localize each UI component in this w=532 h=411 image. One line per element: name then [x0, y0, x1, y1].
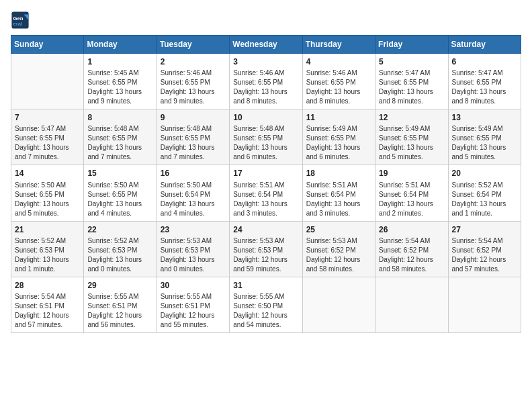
- calendar-cell: [11, 54, 84, 109]
- calendar-day-header: Friday: [375, 36, 448, 54]
- calendar-week-row: 14Sunrise: 5:50 AM Sunset: 6:55 PM Dayli…: [11, 165, 521, 221]
- day-number: 7: [15, 112, 80, 123]
- calendar-week-row: 21Sunrise: 5:52 AM Sunset: 6:53 PM Dayli…: [11, 221, 521, 277]
- calendar-cell: 19Sunrise: 5:51 AM Sunset: 6:54 PM Dayli…: [375, 165, 448, 221]
- cell-content: Sunrise: 5:48 AM Sunset: 6:55 PM Dayligh…: [233, 124, 298, 162]
- cell-content: Sunrise: 5:51 AM Sunset: 6:54 PM Dayligh…: [379, 181, 444, 218]
- calendar-day-header: Saturday: [448, 36, 521, 54]
- cell-content: Sunrise: 5:49 AM Sunset: 6:55 PM Dayligh…: [379, 124, 444, 162]
- calendar-table: SundayMondayTuesdayWednesdayThursdayFrid…: [11, 35, 521, 333]
- cell-content: Sunrise: 5:48 AM Sunset: 6:55 PM Dayligh…: [87, 124, 152, 162]
- logo: Gen eral: [11, 11, 32, 30]
- day-number: 9: [161, 112, 226, 123]
- day-number: 24: [233, 224, 298, 235]
- day-number: 28: [15, 280, 80, 291]
- cell-content: Sunrise: 5:53 AM Sunset: 6:52 PM Dayligh…: [306, 236, 371, 274]
- calendar-cell: 2Sunrise: 5:46 AM Sunset: 6:55 PM Daylig…: [157, 54, 229, 109]
- day-number: 21: [15, 224, 80, 235]
- day-number: 1: [87, 56, 152, 67]
- day-number: 14: [15, 168, 80, 179]
- day-number: 20: [452, 168, 517, 179]
- day-number: 8: [87, 112, 152, 123]
- calendar-cell: 17Sunrise: 5:51 AM Sunset: 6:54 PM Dayli…: [230, 165, 302, 221]
- day-number: 16: [161, 168, 226, 179]
- svg-text:Gen: Gen: [13, 15, 24, 21]
- calendar-cell: 16Sunrise: 5:50 AM Sunset: 6:54 PM Dayli…: [157, 165, 229, 221]
- calendar-cell: 6Sunrise: 5:47 AM Sunset: 6:55 PM Daylig…: [448, 54, 521, 109]
- day-number: 19: [379, 168, 444, 179]
- cell-content: Sunrise: 5:52 AM Sunset: 6:53 PM Dayligh…: [87, 236, 152, 274]
- day-number: 12: [379, 112, 444, 123]
- calendar-cell: 23Sunrise: 5:53 AM Sunset: 6:53 PM Dayli…: [157, 221, 229, 277]
- day-number: 31: [233, 280, 298, 291]
- cell-content: Sunrise: 5:46 AM Sunset: 6:55 PM Dayligh…: [306, 68, 371, 106]
- calendar-day-header: Sunday: [11, 36, 84, 54]
- cell-content: Sunrise: 5:47 AM Sunset: 6:55 PM Dayligh…: [15, 124, 80, 162]
- day-number: 3: [233, 56, 298, 67]
- calendar-week-row: 7Sunrise: 5:47 AM Sunset: 6:55 PM Daylig…: [11, 109, 521, 165]
- cell-content: Sunrise: 5:52 AM Sunset: 6:54 PM Dayligh…: [452, 181, 517, 218]
- calendar-cell: [448, 277, 521, 332]
- cell-content: Sunrise: 5:46 AM Sunset: 6:55 PM Dayligh…: [161, 68, 226, 106]
- cell-content: Sunrise: 5:54 AM Sunset: 6:52 PM Dayligh…: [452, 236, 517, 274]
- cell-content: Sunrise: 5:50 AM Sunset: 6:55 PM Dayligh…: [87, 181, 152, 218]
- cell-content: Sunrise: 5:46 AM Sunset: 6:55 PM Dayligh…: [233, 68, 298, 106]
- cell-content: Sunrise: 5:51 AM Sunset: 6:54 PM Dayligh…: [306, 181, 371, 218]
- day-number: 4: [306, 56, 371, 67]
- calendar-week-row: 28Sunrise: 5:54 AM Sunset: 6:51 PM Dayli…: [11, 277, 521, 332]
- svg-text:eral: eral: [13, 21, 23, 27]
- cell-content: Sunrise: 5:49 AM Sunset: 6:55 PM Dayligh…: [452, 124, 517, 162]
- cell-content: Sunrise: 5:50 AM Sunset: 6:54 PM Dayligh…: [161, 181, 226, 218]
- calendar-cell: 7Sunrise: 5:47 AM Sunset: 6:55 PM Daylig…: [11, 109, 84, 165]
- calendar-cell: 11Sunrise: 5:49 AM Sunset: 6:55 PM Dayli…: [302, 109, 375, 165]
- calendar-cell: 21Sunrise: 5:52 AM Sunset: 6:53 PM Dayli…: [11, 221, 84, 277]
- calendar-cell: 24Sunrise: 5:53 AM Sunset: 6:53 PM Dayli…: [230, 221, 302, 277]
- calendar-cell: 13Sunrise: 5:49 AM Sunset: 6:55 PM Dayli…: [448, 109, 521, 165]
- calendar-header-row: SundayMondayTuesdayWednesdayThursdayFrid…: [11, 36, 521, 54]
- calendar-cell: 22Sunrise: 5:52 AM Sunset: 6:53 PM Dayli…: [84, 221, 157, 277]
- page-header: Gen eral: [11, 11, 521, 30]
- logo-icon: Gen eral: [11, 11, 30, 30]
- day-number: 2: [161, 56, 226, 67]
- cell-content: Sunrise: 5:51 AM Sunset: 6:54 PM Dayligh…: [233, 181, 298, 218]
- cell-content: Sunrise: 5:48 AM Sunset: 6:55 PM Dayligh…: [161, 124, 226, 162]
- cell-content: Sunrise: 5:55 AM Sunset: 6:51 PM Dayligh…: [161, 292, 226, 330]
- day-number: 29: [87, 280, 152, 291]
- calendar-cell: 14Sunrise: 5:50 AM Sunset: 6:55 PM Dayli…: [11, 165, 84, 221]
- day-number: 30: [161, 280, 226, 291]
- calendar-week-row: 1Sunrise: 5:45 AM Sunset: 6:55 PM Daylig…: [11, 54, 521, 109]
- cell-content: Sunrise: 5:47 AM Sunset: 6:55 PM Dayligh…: [379, 68, 444, 106]
- cell-content: Sunrise: 5:50 AM Sunset: 6:55 PM Dayligh…: [15, 181, 80, 218]
- calendar-day-header: Tuesday: [157, 36, 229, 54]
- cell-content: Sunrise: 5:55 AM Sunset: 6:51 PM Dayligh…: [87, 292, 152, 330]
- day-number: 18: [306, 168, 371, 179]
- cell-content: Sunrise: 5:54 AM Sunset: 6:51 PM Dayligh…: [15, 292, 80, 330]
- calendar-cell: 5Sunrise: 5:47 AM Sunset: 6:55 PM Daylig…: [375, 54, 448, 109]
- cell-content: Sunrise: 5:55 AM Sunset: 6:50 PM Dayligh…: [233, 292, 298, 330]
- day-number: 15: [87, 168, 152, 179]
- calendar-cell: 1Sunrise: 5:45 AM Sunset: 6:55 PM Daylig…: [84, 54, 157, 109]
- day-number: 25: [306, 224, 371, 235]
- calendar-cell: 28Sunrise: 5:54 AM Sunset: 6:51 PM Dayli…: [11, 277, 84, 332]
- cell-content: Sunrise: 5:53 AM Sunset: 6:53 PM Dayligh…: [233, 236, 298, 274]
- calendar-cell: 8Sunrise: 5:48 AM Sunset: 6:55 PM Daylig…: [84, 109, 157, 165]
- day-number: 22: [87, 224, 152, 235]
- calendar-cell: 27Sunrise: 5:54 AM Sunset: 6:52 PM Dayli…: [448, 221, 521, 277]
- calendar-cell: 4Sunrise: 5:46 AM Sunset: 6:55 PM Daylig…: [302, 54, 375, 109]
- cell-content: Sunrise: 5:47 AM Sunset: 6:55 PM Dayligh…: [452, 68, 517, 106]
- day-number: 10: [233, 112, 298, 123]
- calendar-cell: 15Sunrise: 5:50 AM Sunset: 6:55 PM Dayli…: [84, 165, 157, 221]
- calendar-cell: 25Sunrise: 5:53 AM Sunset: 6:52 PM Dayli…: [302, 221, 375, 277]
- calendar-cell: 31Sunrise: 5:55 AM Sunset: 6:50 PM Dayli…: [230, 277, 302, 332]
- day-number: 23: [161, 224, 226, 235]
- day-number: 13: [452, 112, 517, 123]
- cell-content: Sunrise: 5:45 AM Sunset: 6:55 PM Dayligh…: [87, 68, 152, 106]
- day-number: 27: [452, 224, 517, 235]
- calendar-day-header: Wednesday: [230, 36, 302, 54]
- calendar-cell: 9Sunrise: 5:48 AM Sunset: 6:55 PM Daylig…: [157, 109, 229, 165]
- calendar-cell: [302, 277, 375, 332]
- day-number: 11: [306, 112, 371, 123]
- calendar-day-header: Monday: [84, 36, 157, 54]
- calendar-cell: 18Sunrise: 5:51 AM Sunset: 6:54 PM Dayli…: [302, 165, 375, 221]
- calendar-cell: 3Sunrise: 5:46 AM Sunset: 6:55 PM Daylig…: [230, 54, 302, 109]
